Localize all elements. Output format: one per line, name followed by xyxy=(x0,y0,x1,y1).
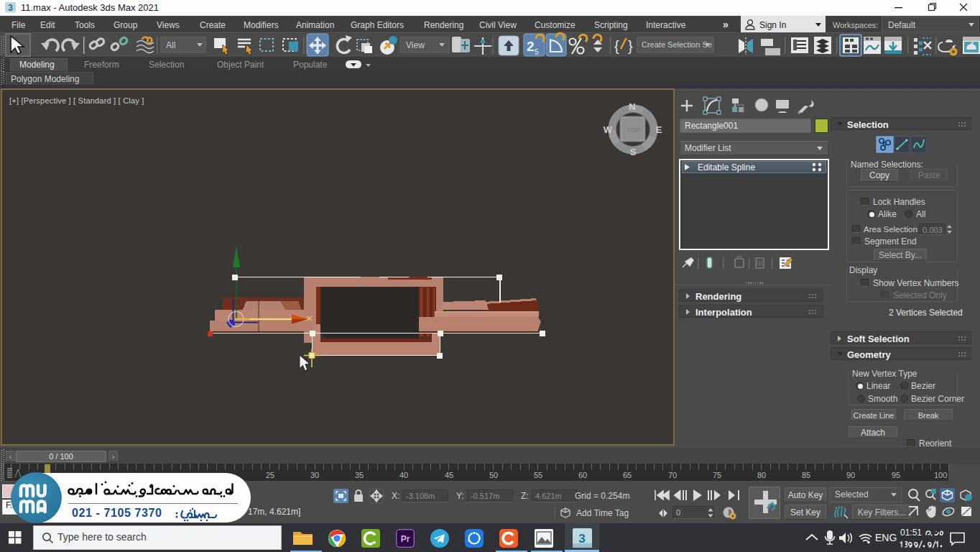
svg-text:3: 3 xyxy=(578,532,585,546)
svg-text:N: N xyxy=(629,101,635,112)
svg-text:Pr: Pr xyxy=(401,534,410,544)
svg-text:S: S xyxy=(630,147,637,157)
svg-text:W: W xyxy=(604,124,613,135)
svg-text:TOP: TOP xyxy=(627,126,639,134)
svg-text:E: E xyxy=(656,124,662,135)
